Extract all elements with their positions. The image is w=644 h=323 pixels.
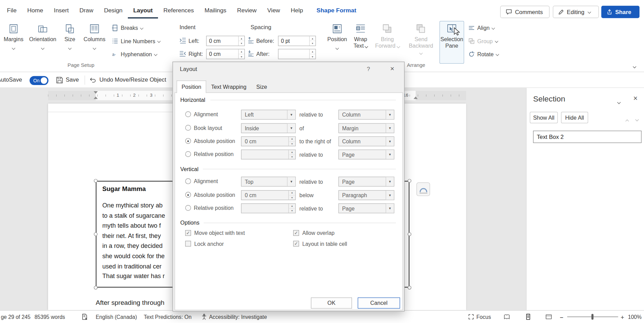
v-absolute-position-spinner[interactable]: 0 cm ▲▼: [241, 190, 295, 200]
spin-up-icon[interactable]: ▲: [239, 36, 244, 41]
h-relative-relative-dropdown[interactable]: Page ▾: [338, 149, 394, 159]
spin-down-icon[interactable]: ▼: [289, 195, 295, 200]
tab-insert[interactable]: Insert: [48, 2, 74, 19]
dropdown-arrow-icon[interactable]: ▾: [287, 110, 295, 119]
h-book-layout-dropdown[interactable]: Inside ▾: [241, 123, 295, 133]
undo-label[interactable]: Undo Move/Resize Object: [99, 76, 166, 83]
resize-handle-top-right[interactable]: [408, 179, 411, 183]
language-indicator[interactable]: English (Canada): [96, 314, 137, 320]
hanging-indent-marker[interactable]: [94, 97, 98, 99]
spacing-after-input[interactable]: ▲▼: [278, 49, 316, 59]
resize-handle-bottom-left[interactable]: [94, 286, 98, 289]
first-line-indent-marker[interactable]: [94, 91, 98, 94]
page-indicator[interactable]: ge 29 of 245: [1, 314, 31, 320]
tab-layout[interactable]: Layout: [128, 2, 158, 19]
right-indent-marker[interactable]: [414, 97, 418, 99]
ok-button[interactable]: OK: [311, 298, 352, 309]
v-alignment-dropdown[interactable]: Top ▾: [241, 177, 295, 187]
editing-mode-button[interactable]: Editing: [553, 6, 599, 18]
share-button[interactable]: Share: [601, 6, 639, 18]
tab-design[interactable]: Design: [99, 2, 128, 19]
breaks-button[interactable]: Breaks: [112, 23, 143, 32]
position-button[interactable]: Position: [327, 21, 348, 64]
v-relative-position-spinner[interactable]: ▲▼: [241, 203, 295, 213]
zoom-slider-thumb[interactable]: [592, 314, 594, 320]
h-absolute-relative-dropdown[interactable]: Column ▾: [338, 136, 394, 146]
align-button[interactable]: Align: [468, 23, 495, 32]
dropdown-arrow-icon[interactable]: ▾: [386, 191, 394, 200]
dropdown-arrow-icon[interactable]: ▾: [287, 177, 295, 186]
v-absolute-position-radio[interactable]: ●: [185, 192, 191, 198]
spin-down-icon[interactable]: ▼: [239, 54, 244, 59]
spin-down-icon[interactable]: ▼: [289, 142, 295, 146]
wrap-text-button[interactable]: Wrap Text: [350, 21, 371, 64]
v-alignment-relative-dropdown[interactable]: Page ▾: [338, 177, 394, 187]
zoom-in-button[interactable]: +: [621, 314, 624, 321]
line-numbers-button[interactable]: Line Numbers: [112, 37, 160, 46]
lock-anchor-checkbox[interactable]: [185, 241, 191, 247]
v-relative-relative-dropdown[interactable]: Page ▾: [338, 203, 394, 213]
proofing-errors-icon[interactable]: [81, 313, 88, 320]
cancel-button[interactable]: Cancel: [358, 298, 400, 309]
h-alignment-dropdown[interactable]: Left ▾: [241, 110, 295, 120]
spin-up-icon[interactable]: ▲: [289, 191, 295, 195]
move-down-icon[interactable]: [636, 115, 638, 123]
h-book-layout-radio[interactable]: [185, 125, 191, 131]
hide-all-button[interactable]: Hide All: [561, 112, 588, 123]
spin-up-icon[interactable]: ▲: [310, 49, 316, 54]
rotate-button[interactable]: Rotate: [468, 50, 498, 59]
tab-review[interactable]: Review: [232, 2, 262, 19]
focus-button[interactable]: Focus: [476, 314, 491, 320]
tab-home[interactable]: Home: [22, 2, 49, 19]
spin-down-icon[interactable]: ▼: [310, 54, 316, 59]
tab-mailings[interactable]: Mailings: [199, 2, 232, 19]
spin-up-icon[interactable]: ▲: [289, 204, 295, 208]
h-relative-position-radio[interactable]: [185, 151, 191, 157]
h-alignment-relative-dropdown[interactable]: Column ▾: [338, 110, 394, 120]
pane-close-icon[interactable]: ×: [633, 94, 638, 103]
tab-help[interactable]: Help: [285, 2, 308, 19]
dropdown-arrow-icon[interactable]: ▾: [386, 124, 394, 133]
size-button[interactable]: Size: [61, 21, 79, 64]
zoom-out-button[interactable]: −: [560, 314, 563, 321]
spin-down-icon[interactable]: ▼: [239, 41, 244, 46]
dialog-tab-size[interactable]: Size: [251, 81, 272, 93]
save-icon[interactable]: [56, 76, 63, 84]
spin-down-icon[interactable]: ▼: [289, 208, 295, 213]
dropdown-arrow-icon[interactable]: ▾: [386, 110, 394, 119]
spin-down-icon[interactable]: ▼: [289, 155, 295, 159]
columns-button[interactable]: Columns: [81, 21, 108, 64]
allow-overlap-checkbox[interactable]: ✓: [293, 230, 299, 236]
read-mode-icon[interactable]: [503, 313, 510, 320]
tab-references[interactable]: References: [158, 2, 199, 19]
dialog-tab-text-wrapping[interactable]: Text Wrapping: [206, 81, 252, 93]
inline-picture-icon[interactable]: [416, 182, 430, 196]
move-object-with-text-checkbox[interactable]: ✓: [185, 230, 191, 236]
spin-up-icon[interactable]: ▲: [239, 49, 244, 54]
spin-up-icon[interactable]: ▲: [289, 137, 295, 142]
dialog-close-icon[interactable]: ×: [386, 64, 399, 74]
accessibility-status[interactable]: Accessibility: Investigate: [209, 314, 267, 320]
dialog-help-icon[interactable]: ?: [364, 66, 373, 72]
layout-in-table-cell-checkbox[interactable]: ✓: [293, 241, 299, 247]
resize-handle-bottom-right[interactable]: [408, 286, 411, 289]
indent-right-input[interactable]: 0 cm ▲▼: [206, 49, 245, 59]
dropdown-arrow-icon[interactable]: ▾: [386, 150, 394, 159]
h-absolute-position-radio[interactable]: ●: [185, 138, 191, 144]
h-absolute-position-spinner[interactable]: 0 cm ▲▼: [241, 136, 295, 146]
print-layout-icon[interactable]: [525, 313, 531, 320]
spin-up-icon[interactable]: ▲: [310, 36, 316, 41]
dropdown-arrow-icon[interactable]: ▾: [386, 137, 394, 146]
save-label[interactable]: Save: [66, 76, 79, 83]
v-absolute-below-dropdown[interactable]: Paragraph ▾: [338, 190, 394, 200]
spin-up-icon[interactable]: ▲: [289, 150, 295, 155]
dropdown-arrow-icon[interactable]: ▾: [386, 177, 394, 186]
undo-icon[interactable]: [89, 76, 96, 84]
v-relative-position-radio[interactable]: [185, 205, 191, 211]
resize-handle-middle-left[interactable]: [94, 232, 98, 236]
collapse-ribbon-icon[interactable]: [633, 62, 636, 70]
orientation-button[interactable]: Orientation: [27, 21, 58, 64]
selection-pane-item[interactable]: Text Box 2: [533, 131, 641, 143]
autosave-toggle[interactable]: On: [29, 76, 48, 85]
dropdown-arrow-icon[interactable]: ▾: [386, 204, 394, 213]
